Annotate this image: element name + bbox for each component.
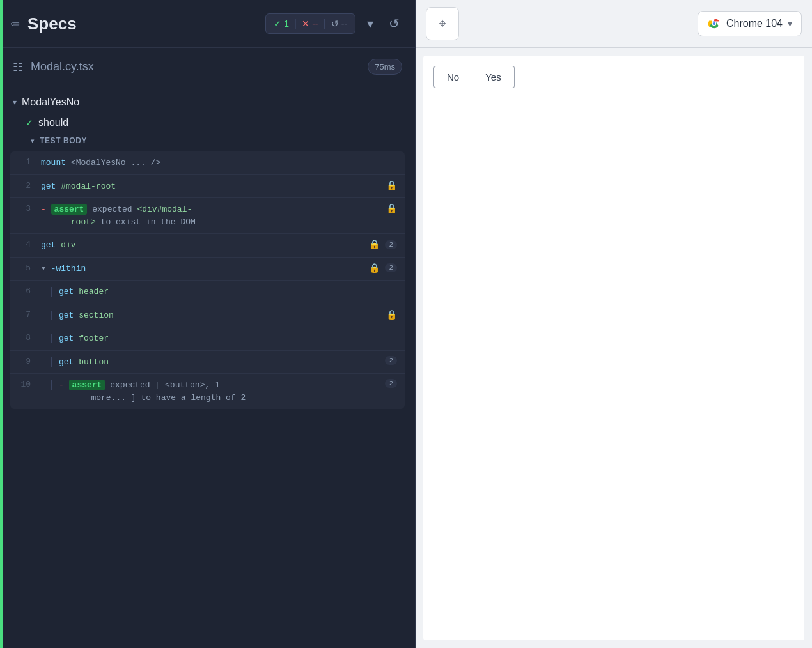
svg-point-2 bbox=[713, 22, 716, 26]
fail-status: ✕ -- bbox=[302, 19, 318, 29]
line-num-1: 1 bbox=[18, 157, 31, 167]
line-content-10: - assert expected [ <button>, 1 more... … bbox=[41, 379, 372, 404]
test-body-arrow-icon: ▾ bbox=[31, 137, 35, 145]
pending-status: ↺ -- bbox=[331, 19, 347, 29]
line-content-5: ▾ -within bbox=[41, 263, 359, 275]
line-icons-9: 2 bbox=[382, 356, 397, 365]
suite-arrow-icon: ▾ bbox=[13, 98, 17, 107]
eye-slash-icon-2: 🔒 bbox=[386, 180, 397, 191]
code-line-3: 3 - assert expected <div#modal- root> to… bbox=[10, 198, 405, 234]
suite-name: ModalYesNo bbox=[22, 96, 79, 108]
passing-indicator bbox=[0, 0, 3, 648]
badge-10: 2 bbox=[385, 379, 397, 388]
chevron-down-icon: ▾ bbox=[788, 19, 792, 29]
back-button[interactable]: ⇦ bbox=[10, 17, 20, 31]
code-line-8: 8 get footer bbox=[10, 327, 405, 351]
test-pass-icon: ✓ bbox=[26, 118, 33, 128]
line-icons-4: 🔒 2 bbox=[369, 239, 397, 250]
line-num-9: 9 bbox=[18, 356, 31, 366]
test-tree: ▾ ModalYesNo ✓ should ▾ TEST BODY 1 moun… bbox=[0, 86, 415, 648]
line-content-1: mount <ModalYesNo ... /> bbox=[41, 157, 397, 169]
badge-5: 2 bbox=[385, 263, 397, 272]
no-button[interactable]: No bbox=[433, 66, 472, 88]
suite-item[interactable]: ▾ ModalYesNo bbox=[0, 91, 415, 113]
code-line-1: 1 mount <ModalYesNo ... /> bbox=[10, 151, 405, 175]
status-bar: ✓ 1 | ✕ -- | ↺ -- bbox=[265, 13, 355, 34]
x-icon: ✕ bbox=[302, 19, 309, 29]
test-name: should bbox=[38, 117, 68, 128]
badge-9: 2 bbox=[385, 356, 397, 365]
code-line-5: 5 ▾ -within 🔒 2 bbox=[10, 258, 405, 281]
line-num-8: 8 bbox=[18, 332, 31, 343]
pending-icon: ↺ bbox=[331, 19, 339, 29]
browser-name: Chrome 104 bbox=[726, 18, 783, 29]
modal-buttons: No Yes bbox=[423, 56, 804, 98]
pass-status: ✓ 1 bbox=[274, 19, 289, 29]
refresh-button[interactable]: ↺ bbox=[384, 13, 405, 34]
line-num-7: 7 bbox=[18, 309, 31, 320]
line-num-2: 2 bbox=[18, 180, 31, 190]
chrome-icon bbox=[707, 17, 721, 31]
line-content-2: get #modal-root bbox=[41, 180, 376, 193]
badge-4: 2 bbox=[385, 240, 397, 249]
dropdown-button[interactable]: ▾ bbox=[362, 13, 379, 34]
line-num-5: 5 bbox=[18, 263, 31, 273]
line-content-8: get footer bbox=[41, 332, 397, 345]
line-icons-5: 🔒 2 bbox=[369, 263, 397, 274]
pending-count: -- bbox=[341, 19, 347, 29]
separator-2: | bbox=[324, 18, 326, 29]
file-icon: ☷ bbox=[13, 60, 23, 74]
line-icons-2: 🔒 bbox=[386, 180, 397, 191]
eye-slash-icon-4: 🔒 bbox=[369, 239, 380, 250]
code-line-4: 4 get div 🔒 2 bbox=[10, 234, 405, 258]
code-line-7: 7 get section 🔒 bbox=[10, 304, 405, 328]
line-num-10: 10 bbox=[18, 379, 31, 389]
code-block: 1 mount <ModalYesNo ... /> 2 get #modal-… bbox=[10, 151, 405, 409]
line-content-9: get button bbox=[41, 356, 372, 369]
line-content-3: - assert expected <div#modal- root> to e… bbox=[41, 203, 376, 228]
crosshair-icon: ⌖ bbox=[439, 15, 446, 32]
test-body-header: ▾ TEST BODY bbox=[0, 132, 415, 149]
eye-slash-icon-5: 🔒 bbox=[369, 263, 380, 274]
browser-selector[interactable]: Chrome 104 ▾ bbox=[698, 11, 802, 36]
fail-count: -- bbox=[312, 19, 318, 29]
line-icons-7: 🔒 bbox=[386, 309, 397, 320]
right-panel: ⌖ Chrome 104 ▾ No Y bbox=[416, 0, 812, 648]
check-icon: ✓ bbox=[274, 19, 281, 29]
line-content-6: get header bbox=[41, 286, 397, 298]
code-line-10: 10 - assert expected [ <button>, 1 more.… bbox=[10, 374, 405, 409]
eye-slash-icon-7: 🔒 bbox=[386, 309, 397, 320]
file-row: ☷ Modal.cy.tsx 75ms bbox=[0, 48, 415, 86]
file-duration: 75ms bbox=[368, 59, 402, 75]
test-item[interactable]: ✓ should bbox=[0, 113, 415, 132]
test-body-label: TEST BODY bbox=[40, 136, 87, 145]
line-num-3: 3 bbox=[18, 203, 31, 213]
code-line-2: 2 get #modal-root 🔒 bbox=[10, 175, 405, 199]
line-num-4: 4 bbox=[18, 239, 31, 249]
code-line-6: 6 get header bbox=[10, 281, 405, 304]
browser-bar: ⌖ Chrome 104 ▾ bbox=[416, 0, 812, 48]
eye-slash-icon-3: 🔒 bbox=[386, 203, 397, 214]
left-panel: ⇦ Specs ✓ 1 | ✕ -- | ↺ -- ▾ bbox=[0, 0, 416, 648]
crosshair-button[interactable]: ⌖ bbox=[426, 7, 459, 40]
file-name: Modal.cy.tsx bbox=[31, 60, 94, 73]
header-actions: ▾ ↺ bbox=[362, 13, 405, 34]
line-icons-10: 2 bbox=[382, 379, 397, 388]
code-line-9: 9 get button 2 bbox=[10, 351, 405, 374]
yes-button[interactable]: Yes bbox=[472, 66, 514, 88]
line-content-7: get section bbox=[41, 309, 376, 322]
preview-area: No Yes bbox=[423, 56, 804, 640]
page-title: Specs bbox=[27, 14, 265, 34]
line-icons-3: 🔒 bbox=[386, 203, 397, 214]
line-num-6: 6 bbox=[18, 286, 31, 296]
pass-count: 1 bbox=[284, 19, 289, 29]
line-content-4: get div bbox=[41, 239, 359, 252]
header-bar: ⇦ Specs ✓ 1 | ✕ -- | ↺ -- ▾ bbox=[0, 0, 415, 48]
separator-1: | bbox=[294, 18, 297, 29]
